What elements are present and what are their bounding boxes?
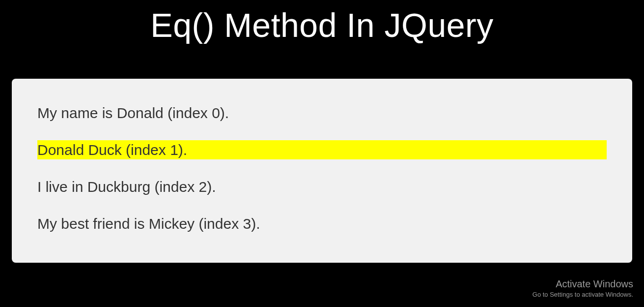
content-box: My name is Donald (index 0). Donald Duck… (12, 79, 632, 263)
list-item: My name is Donald (index 0). (37, 103, 607, 123)
list-item: I live in Duckburg (index 2). (37, 177, 607, 196)
watermark-subtitle: Go to Settings to activate Windows. (532, 291, 633, 298)
windows-activation-watermark: Activate Windows Go to Settings to activ… (532, 278, 633, 298)
watermark-title: Activate Windows (532, 278, 633, 290)
list-item: My best friend is Mickey (index 3). (37, 214, 607, 233)
list-item-highlighted: Donald Duck (index 1). (37, 140, 607, 159)
page-title: Eq() Method In JQuery (0, 0, 644, 59)
